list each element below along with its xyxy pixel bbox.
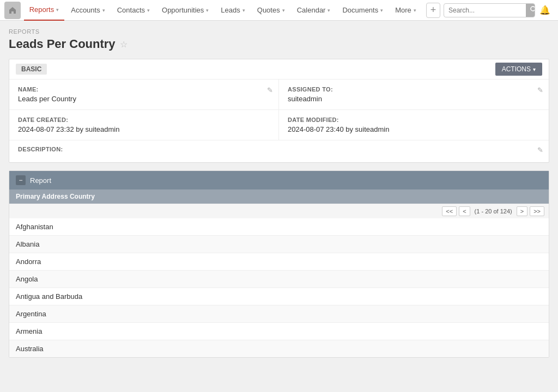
navbar: Reports ▾ Accounts ▾ Contacts ▾ Opportun… — [0, 0, 558, 21]
content-area: BASIC ACTIONS ▾ NAME: Leads per Country … — [0, 59, 558, 366]
description-section: DESCRIPTION: ✎ — [9, 140, 549, 162]
report-header-label: Report — [30, 176, 51, 185]
first-page-button[interactable]: << — [442, 206, 457, 216]
nav-more[interactable]: More ▾ — [390, 0, 422, 21]
panel-header: BASIC ACTIONS ▾ — [9, 59, 549, 79]
table-row[interactable]: Angola — [9, 271, 549, 288]
date-modified-label: DATE MODIFIED: — [288, 117, 540, 123]
assigned-edit-icon[interactable]: ✎ — [537, 86, 543, 94]
pagination-row: << < (1 - 20 of 124) > >> — [9, 204, 549, 218]
opportunities-chevron-icon: ▾ — [206, 8, 209, 13]
contacts-chevron-icon: ▾ — [147, 8, 150, 13]
date-modified-value: 2024-08-07 23:40 by suiteadmin — [288, 125, 540, 133]
dates-fields-row: DATE CREATED: 2024-08-07 23:32 by suitea… — [9, 110, 549, 140]
more-chevron-icon: ▾ — [414, 8, 416, 13]
nav-leads[interactable]: Leads ▾ — [215, 0, 250, 21]
nav-reports[interactable]: Reports ▾ — [24, 0, 65, 21]
table-row[interactable]: Argentina — [9, 305, 549, 323]
nav-calendar[interactable]: Calendar ▾ — [292, 0, 336, 21]
date-created-field-cell: DATE CREATED: 2024-08-07 23:32 by suitea… — [9, 110, 279, 140]
actions-chevron-icon: ▾ — [533, 66, 536, 72]
search-button[interactable] — [526, 3, 535, 17]
report-panel: − Report Primary Address Country << < (1… — [9, 170, 549, 358]
documents-chevron-icon: ▾ — [380, 8, 383, 13]
nav-accounts[interactable]: Accounts ▾ — [65, 0, 110, 21]
date-created-label: DATE CREATED: — [18, 117, 270, 123]
prev-page-button[interactable]: < — [459, 206, 470, 216]
nav-opportunities[interactable]: Opportunities ▾ — [156, 0, 214, 21]
table-row[interactable]: Albania — [9, 236, 549, 253]
last-page-button[interactable]: >> — [530, 206, 544, 216]
add-button[interactable]: + — [426, 3, 440, 18]
leads-chevron-icon: ▾ — [242, 8, 245, 13]
top-fields-row: NAME: Leads per Country ✎ ASSIGNED TO: s… — [9, 79, 549, 110]
report-header: − Report — [9, 171, 549, 189]
assigned-label: ASSIGNED TO: — [288, 86, 540, 93]
next-page-button[interactable]: > — [517, 206, 527, 216]
table-row[interactable]: Afghanistan — [9, 218, 549, 236]
search-bar — [444, 3, 535, 17]
primary-address-country-header: Primary Address Country — [16, 193, 95, 200]
svg-point-0 — [531, 7, 535, 11]
calendar-chevron-icon: ▾ — [327, 8, 330, 13]
page-title: Leads Per Country — [9, 37, 116, 51]
description-edit-icon[interactable]: ✎ — [537, 146, 543, 154]
assigned-field-cell: ASSIGNED TO: suiteadmin ✎ — [279, 79, 549, 109]
assigned-value: suiteadmin — [288, 95, 540, 103]
nav-contacts[interactable]: Contacts ▾ — [112, 0, 155, 21]
breadcrumb: REPORTS — [0, 21, 558, 36]
reports-chevron-icon: ▾ — [56, 7, 59, 13]
table-row[interactable]: Andorra — [9, 253, 549, 271]
page-info: (1 - 20 of 124) — [472, 208, 514, 215]
column-header-row: Primary Address Country — [9, 189, 549, 204]
svg-line-1 — [535, 10, 535, 13]
name-field-cell: NAME: Leads per Country ✎ — [9, 79, 279, 109]
name-value: Leads per Country — [18, 95, 270, 103]
nav-documents[interactable]: Documents ▾ — [337, 0, 389, 21]
table-row[interactable]: Antigua and Barbuda — [9, 288, 549, 305]
date-created-value: 2024-08-07 23:32 by suiteadmin — [18, 125, 270, 133]
favorite-star-icon[interactable]: ☆ — [120, 39, 128, 50]
page-title-row: Leads Per Country ☆ — [0, 36, 558, 59]
accounts-chevron-icon: ▾ — [102, 8, 105, 13]
collapse-report-button[interactable]: − — [16, 175, 26, 185]
description-label: DESCRIPTION: — [18, 146, 540, 152]
quotes-chevron-icon: ▾ — [282, 8, 285, 13]
search-input[interactable] — [444, 7, 526, 14]
nav-quotes[interactable]: Quotes ▾ — [252, 0, 290, 21]
notifications-bell-icon[interactable]: 🔔 — [536, 5, 554, 15]
basic-panel: BASIC ACTIONS ▾ NAME: Leads per Country … — [9, 59, 549, 163]
data-rows-container: AfghanistanAlbaniaAndorraAngolaAntigua a… — [9, 218, 549, 357]
table-row[interactable]: Australia — [9, 340, 549, 357]
name-edit-icon[interactable]: ✎ — [267, 86, 273, 94]
actions-button[interactable]: ACTIONS ▾ — [495, 63, 542, 76]
name-label: NAME: — [18, 86, 270, 93]
date-modified-field-cell: DATE MODIFIED: 2024-08-07 23:40 by suite… — [279, 110, 549, 140]
basic-tab[interactable]: BASIC — [16, 64, 47, 75]
table-row[interactable]: Armenia — [9, 323, 549, 340]
home-button[interactable] — [4, 2, 21, 19]
